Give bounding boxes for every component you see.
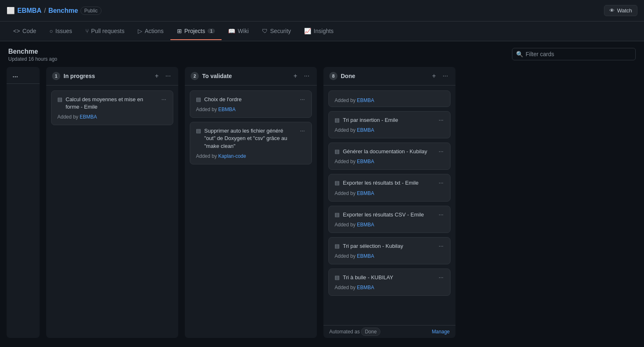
tab-projects[interactable]: ⊞ Projects 1 bbox=[170, 23, 222, 40]
card-partial-top[interactable]: Added by EBMBA bbox=[328, 90, 451, 107]
card-partial-added-label: Added by bbox=[335, 97, 356, 103]
card-tri-insertion-more-btn[interactable]: ··· bbox=[438, 116, 444, 123]
tab-insights-label: Insights bbox=[314, 28, 333, 34]
separator: / bbox=[44, 7, 46, 14]
card-tri-selection[interactable]: ▤ Tri par sélection - Kubilay ··· Added … bbox=[328, 237, 451, 264]
filter-input[interactable] bbox=[512, 48, 636, 60]
col-ip-menu-btn[interactable]: ··· bbox=[164, 72, 172, 80]
pr-icon: ⑂ bbox=[85, 28, 89, 34]
column-in-progress-header: 1 In progress + ··· bbox=[46, 67, 178, 86]
card-tri-selection-added-label: Added by bbox=[335, 253, 356, 259]
card-calcul-added-user[interactable]: EBMBA bbox=[80, 114, 97, 120]
card-export-txt-added-user[interactable]: EBMBA bbox=[357, 190, 374, 196]
card-export-txt[interactable]: ▤ Exporter les résultats txt - Emile ···… bbox=[328, 174, 451, 201]
project-info: Benchme Updated 16 hours ago bbox=[8, 48, 57, 62]
card-choix-more-btn[interactable]: ··· bbox=[299, 96, 306, 102]
card-tri-bulle-footer: Added by EBMBA bbox=[335, 285, 444, 290]
card-generer-doc-added-user[interactable]: EBMBA bbox=[357, 159, 374, 164]
tab-insights[interactable]: 📈 Insights bbox=[297, 23, 340, 40]
card-choix-added-user[interactable]: EBMBA bbox=[218, 107, 236, 112]
card-tri-bulle-header: ▤ Tri à bulle - KUBILAY ··· bbox=[335, 274, 444, 281]
card-supprimer[interactable]: ▤ Supprimer auto les fichier généré "out… bbox=[190, 122, 312, 164]
col-tv-title: To validate bbox=[202, 73, 232, 79]
card-generer-doc-more-btn[interactable]: ··· bbox=[438, 148, 444, 154]
card-generer-doc-footer: Added by EBMBA bbox=[335, 159, 444, 164]
col-done-menu-btn[interactable]: ··· bbox=[441, 72, 450, 80]
nav-tabs: <> Code ○ Issues ⑂ Pull requests ▷ Actio… bbox=[0, 21, 644, 41]
repo-title: ⬜ EBMBA / Benchme Public bbox=[7, 7, 101, 15]
repo-name[interactable]: Benchme bbox=[48, 7, 78, 14]
automation-prefix: Automated as bbox=[329, 329, 360, 335]
watch-button[interactable]: 👁 Watch bbox=[604, 5, 637, 16]
card-tri-bulle-added-user[interactable]: EBMBA bbox=[357, 285, 374, 290]
actions-icon: ▷ bbox=[138, 28, 142, 34]
filter-wrapper: 🔍 bbox=[512, 48, 636, 60]
project-name: Benchme bbox=[8, 48, 57, 55]
card-export-csv[interactable]: ▤ Exporter les résultats CSV - Emile ···… bbox=[328, 206, 451, 233]
code-icon: <> bbox=[13, 28, 20, 34]
tab-code[interactable]: <> Code bbox=[7, 23, 43, 40]
card-calcul[interactable]: ▤ Calcul des moyennes et mise en forme -… bbox=[51, 90, 173, 125]
card-calcul-title-row: ▤ Calcul des moyennes et mise en forme -… bbox=[57, 96, 157, 111]
col-done-left: 8 Done bbox=[329, 72, 355, 80]
card-export-txt-title-row: ▤ Exporter les résultats txt - Emile bbox=[335, 179, 434, 187]
col-done-title: Done bbox=[341, 73, 355, 79]
card-calcul-title: Calcul des moyennes et mise en forme - E… bbox=[66, 96, 157, 111]
card-supprimer-icon: ▤ bbox=[196, 128, 201, 134]
card-tri-bulle-title-row: ▤ Tri à bulle - KUBILAY bbox=[335, 274, 434, 281]
watch-label: Watch bbox=[617, 7, 632, 14]
tab-issues[interactable]: ○ Issues bbox=[43, 23, 79, 40]
card-supprimer-more-btn[interactable]: ··· bbox=[299, 127, 306, 134]
issues-icon: ○ bbox=[50, 28, 53, 34]
card-export-csv-more-btn[interactable]: ··· bbox=[438, 211, 444, 218]
card-tri-selection-added-user[interactable]: EBMBA bbox=[357, 253, 374, 259]
card-export-csv-added-user[interactable]: EBMBA bbox=[357, 222, 374, 228]
column-documentation: … bbox=[7, 67, 40, 338]
eye-icon: 👁 bbox=[609, 7, 615, 14]
card-choix-added-label: Added by bbox=[196, 107, 217, 112]
org-name[interactable]: EBMBA bbox=[17, 7, 42, 14]
tab-wiki[interactable]: 📖 Wiki bbox=[222, 23, 255, 40]
column-documentation-header: … bbox=[7, 67, 40, 84]
card-tri-insertion-added-user[interactable]: EBMBA bbox=[357, 127, 374, 133]
card-calcul-more-btn[interactable]: ··· bbox=[160, 96, 167, 102]
tab-actions[interactable]: ▷ Actions bbox=[131, 23, 170, 40]
card-supprimer-title: Supprimer auto les fichier généré "out" … bbox=[204, 127, 296, 150]
col-ip-right: + ··· bbox=[153, 72, 172, 80]
card-export-csv-footer: Added by EBMBA bbox=[335, 222, 444, 228]
card-partial-added-user[interactable]: EBMBA bbox=[357, 97, 374, 103]
card-tri-insertion[interactable]: ▤ Tri par insertion - Emile ··· Added by… bbox=[328, 111, 451, 138]
col-tv-menu-btn[interactable]: ··· bbox=[302, 72, 311, 80]
card-calcul-footer: Added by EBMBA bbox=[57, 114, 167, 120]
projects-count: 1 bbox=[208, 29, 215, 33]
card-tri-bulle-more-btn[interactable]: ··· bbox=[438, 274, 444, 280]
card-calcul-header: ▤ Calcul des moyennes et mise en forme -… bbox=[57, 96, 167, 111]
card-export-txt-more-btn[interactable]: ··· bbox=[438, 179, 444, 186]
card-supprimer-footer: Added by Kaplan-code bbox=[196, 153, 306, 159]
tab-projects-label: Projects bbox=[184, 28, 205, 34]
tab-issues-label: Issues bbox=[55, 28, 72, 34]
card-export-txt-icon: ▤ bbox=[335, 180, 340, 186]
card-choix-title: Choix de l'ordre bbox=[204, 96, 242, 103]
card-export-txt-added-label: Added by bbox=[335, 190, 356, 196]
card-tri-insertion-title: Tri par insertion - Emile bbox=[343, 116, 398, 124]
col-ip-add-btn[interactable]: + bbox=[153, 72, 160, 80]
projects-icon: ⊞ bbox=[177, 28, 182, 34]
col-tv-left: 2 To validate bbox=[191, 72, 232, 80]
tab-security[interactable]: 🛡 Security bbox=[255, 23, 298, 40]
col-tv-add-btn[interactable]: + bbox=[292, 72, 299, 80]
card-choix[interactable]: ▤ Choix de l'ordre ··· Added by EBMBA bbox=[190, 90, 312, 118]
card-tri-bulle[interactable]: ▤ Tri à bulle - KUBILAY ··· Added by EBM… bbox=[328, 269, 451, 296]
card-export-csv-title-row: ▤ Exporter les résultats CSV - Emile bbox=[335, 211, 434, 219]
card-tri-selection-header: ▤ Tri par sélection - Kubilay ··· bbox=[335, 242, 444, 250]
col-done-right: + ··· bbox=[430, 72, 450, 80]
tab-pull-requests[interactable]: ⑂ Pull requests bbox=[79, 23, 131, 40]
card-supprimer-added-user[interactable]: Kaplan-code bbox=[218, 153, 246, 159]
manage-link[interactable]: Manage bbox=[432, 329, 450, 335]
card-generer-doc-icon: ▤ bbox=[335, 148, 340, 154]
col-done-add-btn[interactable]: + bbox=[430, 72, 437, 80]
card-generer-doc[interactable]: ▤ Générer la documentation - Kubilay ···… bbox=[328, 143, 451, 170]
card-tri-selection-more-btn[interactable]: ··· bbox=[438, 242, 444, 249]
project-header: Benchme Updated 16 hours ago 🔍 bbox=[0, 41, 644, 67]
insights-icon: 📈 bbox=[304, 28, 311, 34]
